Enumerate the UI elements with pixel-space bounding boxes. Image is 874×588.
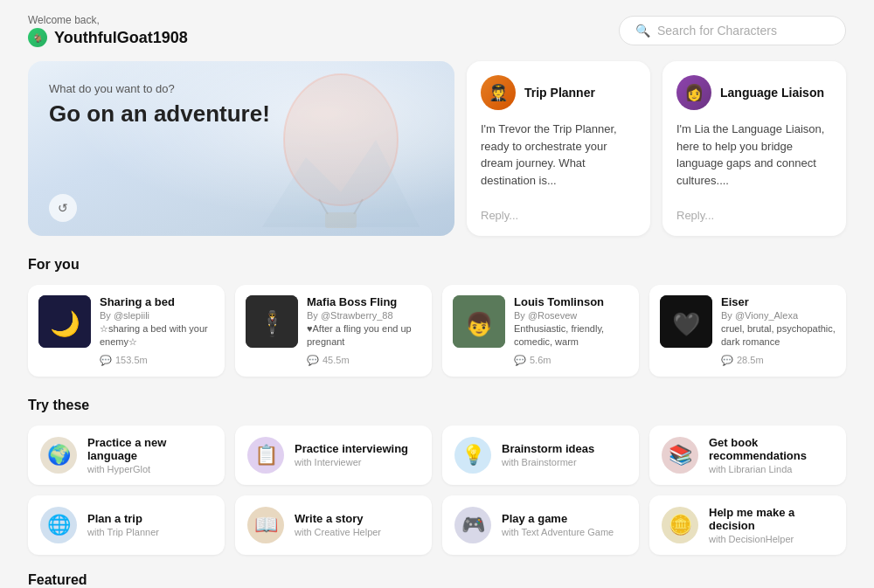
chat-reply-trip[interactable]: Reply... (481, 209, 636, 222)
try-label-plan-trip: Plan a trip (87, 512, 159, 525)
char-by-sharing-bed: By @slepiili (100, 310, 214, 321)
try-label-decision: Help me make a decision (709, 506, 834, 532)
try-info-practice-language: Practice a new language with HyperGlot (87, 436, 212, 474)
try-card-books[interactable]: 📚 Get book recommendations with Libraria… (649, 425, 846, 485)
char-desc-mafia: ♥︎After a fling you end up pregnant (307, 322, 421, 349)
try-info-decision: Help me make a decision with DecisionHel… (709, 506, 834, 544)
comment-icon: 💬 (307, 355, 319, 366)
comment-icon: 💬 (721, 355, 733, 366)
try-info-write-story: Write a story with Creative Helper (295, 512, 381, 537)
header-left: Welcome back, 🐐 YouthfulGoat1908 (28, 14, 188, 47)
char-desc-sharing-bed: ☆sharing a bed with your enemy☆ (100, 322, 214, 349)
char-stats-sharing-bed: 💬 153.5m (100, 355, 214, 366)
try-these-grid: 🌍 Practice a new language with HyperGlot… (28, 425, 846, 555)
try-label-play-game: Play a game (502, 512, 614, 525)
char-img-mafia: 🕴 (246, 295, 298, 348)
char-stats-eiser: 💬 28.5m (721, 355, 836, 366)
char-card-louis[interactable]: 👦 Louis Tomlinson By @Rosevew Enthusiast… (442, 285, 639, 377)
try-card-write-story[interactable]: 📖 Write a story with Creative Helper (235, 495, 432, 555)
try-icon-practice-interviewing: 📋 (247, 437, 284, 474)
try-icon-books: 📚 (662, 437, 698, 474)
chat-body-lang: I'm Lia the Language Liaison, here to he… (676, 121, 832, 198)
user-avatar: 🐐 (28, 28, 47, 47)
try-label-practice-interviewing: Practice interviewing (295, 442, 408, 455)
try-card-play-game[interactable]: 🎮 Play a game with Text Adventure Game (442, 495, 639, 555)
chat-body-trip: I'm Trevor the Trip Planner, ready to or… (481, 121, 636, 198)
try-icon-brainstorm: 💡 (454, 437, 491, 474)
svg-text:👦: 👦 (465, 310, 494, 338)
try-info-books: Get book recommendations with Librarian … (709, 436, 834, 474)
try-card-practice-language[interactable]: 🌍 Practice a new language with HyperGlot (28, 425, 225, 485)
char-stats-louis: 💬 5.6m (514, 355, 628, 366)
chat-header-lang: 👩 Language Liaison (676, 75, 832, 110)
try-card-brainstorm[interactable]: 💡 Brainstorm ideas with Brainstormer (442, 425, 639, 485)
hero-section: What do you want to do? Go on an adventu… (28, 61, 846, 236)
try-info-practice-interviewing: Practice interviewing with Interviewer (295, 442, 408, 467)
char-by-louis: By @Rosevew (514, 310, 628, 321)
char-info-eiser: Eiser By @Viony_Alexa cruel, brutal, psy… (721, 295, 836, 366)
try-icon-plan-trip: 🌐 (40, 507, 77, 543)
char-info-mafia: Mafia Boss Fling By @Strawberry_88 ♥︎Aft… (307, 295, 421, 366)
char-card-eiser[interactable]: 🖤 Eiser By @Viony_Alexa cruel, brutal, p… (649, 285, 846, 377)
featured-title: Featured (28, 572, 846, 588)
try-card-decision[interactable]: 🪙 Help me make a decision with DecisionH… (649, 495, 846, 555)
search-bar[interactable]: 🔍 Search for Characters (619, 16, 846, 45)
char-stats-mafia: 💬 45.5m (307, 355, 421, 366)
main-content: What do you want to do? Go on an adventu… (0, 54, 874, 588)
username: YouthfulGoat1908 (54, 29, 188, 47)
search-placeholder: Search for Characters (657, 24, 777, 38)
try-icon-decision: 🪙 (662, 507, 698, 543)
char-card-sharing-bed[interactable]: 🌙 Sharing a bed By @slepiili ☆sharing a … (28, 285, 225, 377)
char-desc-louis: Enthusiastic, friendly, comedic, warm (514, 322, 628, 349)
chat-avatar-lang: 👩 (676, 75, 711, 110)
char-card-mafia[interactable]: 🕴 Mafia Boss Fling By @Strawberry_88 ♥︎A… (235, 285, 432, 377)
welcome-text: Welcome back, (28, 14, 188, 26)
try-info-plan-trip: Plan a trip with Trip Planner (87, 512, 159, 537)
hero-refresh-button[interactable]: ↺ (49, 194, 77, 222)
try-sub-decision: with DecisionHelper (709, 534, 834, 544)
comment-icon: 💬 (514, 355, 526, 366)
for-you-title: For you (28, 257, 846, 273)
char-info-sharing-bed: Sharing a bed By @slepiili ☆sharing a be… (100, 295, 214, 366)
char-desc-eiser: cruel, brutal, psychopathic, dark romanc… (721, 322, 836, 349)
chat-card-trip-planner[interactable]: 🧑‍✈️ Trip Planner I'm Trevor the Trip Pl… (467, 61, 650, 236)
try-sub-write-story: with Creative Helper (295, 527, 381, 537)
hero-label: What do you want to do? (49, 82, 434, 95)
try-info-brainstorm: Brainstorm ideas with Brainstormer (502, 442, 594, 467)
hero-card[interactable]: What do you want to do? Go on an adventu… (28, 61, 454, 236)
char-img-sharing-bed: 🌙 (38, 295, 91, 348)
comment-icon: 💬 (100, 355, 112, 366)
try-icon-play-game: 🎮 (454, 507, 491, 543)
chat-name-lang: Language Liaison (720, 86, 824, 100)
char-img-louis: 👦 (453, 295, 505, 348)
try-icon-practice-language: 🌍 (40, 437, 77, 474)
char-by-eiser: By @Viony_Alexa (721, 310, 836, 321)
svg-text:🖤: 🖤 (672, 310, 701, 338)
try-label-write-story: Write a story (295, 512, 381, 525)
try-sub-practice-language: with HyperGlot (87, 464, 212, 474)
svg-text:🌙: 🌙 (50, 309, 80, 338)
chat-header-trip: 🧑‍✈️ Trip Planner (481, 75, 636, 110)
try-sub-plan-trip: with Trip Planner (87, 527, 159, 537)
try-card-plan-trip[interactable]: 🌐 Plan a trip with Trip Planner (28, 495, 225, 555)
chat-reply-lang[interactable]: Reply... (676, 209, 832, 222)
character-cards-grid: 🌙 Sharing a bed By @slepiili ☆sharing a … (28, 285, 846, 377)
try-card-practice-interviewing[interactable]: 📋 Practice interviewing with Interviewer (235, 425, 432, 485)
search-icon: 🔍 (635, 24, 650, 38)
char-name-mafia: Mafia Boss Fling (307, 295, 421, 308)
hero-title: Go on an adventure! (49, 100, 434, 128)
chat-card-language-liaison[interactable]: 👩 Language Liaison I'm Lia the Language … (662, 61, 846, 236)
try-these-title: Try these (28, 398, 846, 413)
try-label-practice-language: Practice a new language (87, 436, 212, 462)
chat-name-trip: Trip Planner (524, 86, 595, 100)
try-label-books: Get book recommendations (709, 436, 834, 462)
char-info-louis: Louis Tomlinson By @Rosevew Enthusiastic… (514, 295, 628, 366)
svg-text:🕴: 🕴 (257, 309, 288, 338)
char-img-eiser: 🖤 (660, 295, 712, 348)
header: Welcome back, 🐐 YouthfulGoat1908 🔍 Searc… (0, 0, 874, 54)
try-icon-write-story: 📖 (247, 507, 284, 543)
char-name-sharing-bed: Sharing a bed (100, 295, 214, 308)
try-sub-practice-interviewing: with Interviewer (295, 457, 408, 467)
char-name-eiser: Eiser (721, 295, 836, 308)
char-name-louis: Louis Tomlinson (514, 295, 628, 308)
